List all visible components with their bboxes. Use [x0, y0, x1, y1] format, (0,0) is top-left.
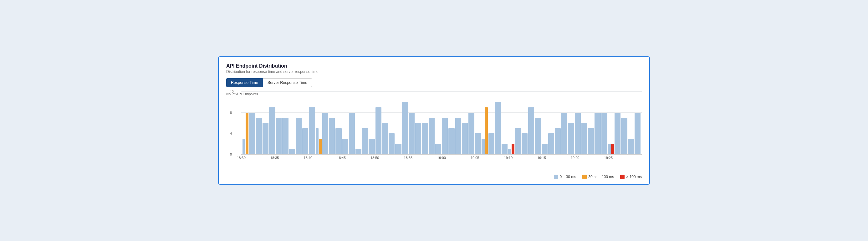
- bar-group: [615, 113, 620, 154]
- bar-blue: [429, 118, 435, 154]
- bar-group: [575, 113, 581, 154]
- x-tick-label: 19:05: [471, 156, 479, 160]
- bar-group: [262, 123, 269, 154]
- bar-blue: [608, 144, 611, 154]
- bar-blue: [581, 123, 587, 154]
- bar-group: [402, 102, 408, 154]
- bar-blue: [296, 118, 302, 154]
- bar-blue: [243, 139, 245, 154]
- bar-group: [495, 102, 501, 154]
- legend-label-orange: 30ms – 100 ms: [588, 175, 614, 179]
- card-title: API Endpoint Distribution: [226, 63, 642, 69]
- bar-group: [409, 113, 414, 154]
- bar-group: [522, 133, 528, 154]
- bar-blue: [369, 139, 375, 154]
- x-tick-label: 18:45: [337, 156, 346, 160]
- bar-group: [515, 128, 521, 154]
- bar-blue: [594, 113, 600, 154]
- bar-blue: [634, 113, 641, 154]
- bar-group: [302, 128, 308, 154]
- bar-group: [588, 128, 594, 154]
- bar-group: [628, 139, 634, 154]
- bar-group: [316, 128, 322, 154]
- bar-blue: [448, 128, 454, 154]
- x-tick-label: 19:20: [571, 156, 580, 160]
- bar-blue: [262, 123, 269, 154]
- bar-blue: [575, 113, 581, 154]
- bar-group: [296, 118, 302, 154]
- bar-group: [568, 123, 574, 154]
- legend-item-red: > 100 ms: [620, 175, 642, 179]
- chart-inner: 04812: [241, 92, 642, 155]
- bars-container: [241, 92, 642, 154]
- bar-blue: [568, 123, 574, 154]
- bar-group: [555, 128, 561, 154]
- bar-orange: [319, 139, 322, 154]
- bar-group: [282, 118, 288, 154]
- bar-group: [382, 123, 388, 154]
- bar-group: [601, 113, 607, 154]
- bar-blue: [256, 118, 261, 154]
- bar-group: [422, 123, 428, 154]
- legend-label-red: > 100 ms: [626, 175, 642, 179]
- bar-red: [512, 144, 515, 154]
- bar-blue: [269, 107, 275, 154]
- x-tick-label: 18:35: [270, 156, 279, 160]
- bar-group: [435, 144, 441, 154]
- bar-blue: [442, 118, 448, 154]
- bar-blue: [329, 118, 335, 154]
- bar-blue: [508, 149, 511, 154]
- bar-blue: [548, 133, 554, 154]
- bar-blue: [422, 123, 428, 154]
- bar-group: [502, 144, 507, 154]
- y-tick-label: 0: [230, 152, 232, 156]
- bar-blue: [541, 144, 548, 154]
- bar-group: [594, 113, 600, 154]
- legend-label-blue: 0 – 30 ms: [560, 175, 577, 179]
- bar-group: [608, 144, 614, 154]
- bar-group: [462, 123, 468, 154]
- x-axis: 18:3018:3518:4018:4518:5018:5519:0019:05…: [241, 156, 642, 162]
- bar-group: [349, 113, 355, 154]
- y-tick-label: 8: [230, 111, 232, 115]
- y-tick-label: 4: [230, 131, 232, 135]
- bar-blue: [335, 128, 341, 154]
- bar-group: [634, 113, 641, 154]
- tab-server-response-time[interactable]: Server Response Time: [263, 78, 312, 87]
- bar-group: [269, 107, 275, 154]
- bar-group: [448, 128, 454, 154]
- tab-group: Response Time Server Response Time: [226, 78, 642, 87]
- bar-group: [621, 118, 627, 154]
- bar-group: [508, 144, 514, 154]
- bar-group: [329, 118, 335, 154]
- legend: 0 – 30 ms 30ms – 100 ms > 100 ms: [226, 175, 642, 179]
- legend-item-blue: 0 – 30 ms: [554, 175, 577, 179]
- bar-blue: [462, 123, 468, 154]
- y-tick-label: 12: [230, 90, 234, 94]
- x-tick-label: 18:30: [237, 156, 246, 160]
- bar-blue: [489, 133, 494, 154]
- bar-group: [429, 118, 435, 154]
- grid-line: 12: [241, 91, 642, 92]
- bar-blue: [382, 123, 388, 154]
- bar-group: [475, 133, 481, 154]
- x-tick-label: 19:00: [437, 156, 446, 160]
- bar-group: [581, 123, 587, 154]
- bar-group: [468, 113, 474, 154]
- bar-group: [276, 118, 282, 154]
- bar-group: [375, 107, 381, 154]
- bar-group: [355, 149, 362, 154]
- bar-group: [482, 107, 488, 154]
- bar-blue: [528, 107, 534, 154]
- bar-blue: [588, 128, 594, 154]
- bar-blue: [322, 113, 328, 154]
- bar-blue: [316, 128, 318, 154]
- bar-group: [243, 113, 248, 154]
- bar-blue: [621, 118, 627, 154]
- x-tick-label: 18:50: [370, 156, 379, 160]
- bar-blue: [455, 118, 461, 154]
- bar-blue: [535, 118, 541, 154]
- bar-blue: [475, 133, 481, 154]
- tab-response-time[interactable]: Response Time: [226, 78, 263, 87]
- bar-group: [489, 133, 494, 154]
